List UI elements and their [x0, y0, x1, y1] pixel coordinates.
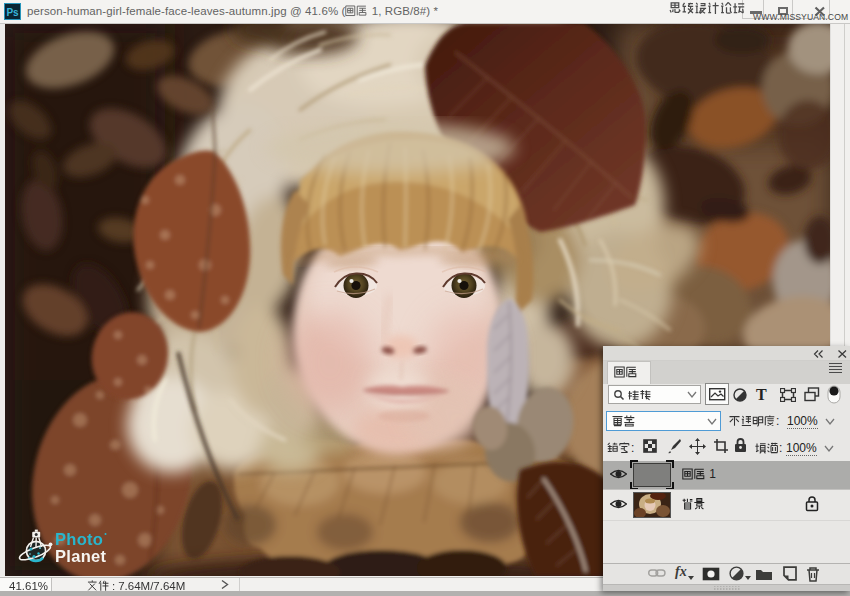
svg-text:Photo: Photo	[55, 530, 103, 548]
svg-text:Planet: Planet	[55, 547, 107, 565]
